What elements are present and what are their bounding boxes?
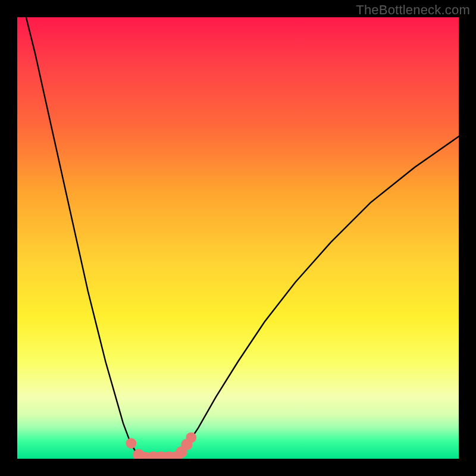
curve-layer xyxy=(17,17,459,459)
plot-area xyxy=(17,17,459,459)
valley-marker xyxy=(186,432,196,443)
watermark-text: TheBottleneck.com xyxy=(356,2,470,18)
valley-markers xyxy=(126,432,197,459)
valley-marker xyxy=(126,438,137,449)
bottleneck-curve xyxy=(26,17,459,459)
chart-frame: TheBottleneck.com xyxy=(0,0,476,476)
